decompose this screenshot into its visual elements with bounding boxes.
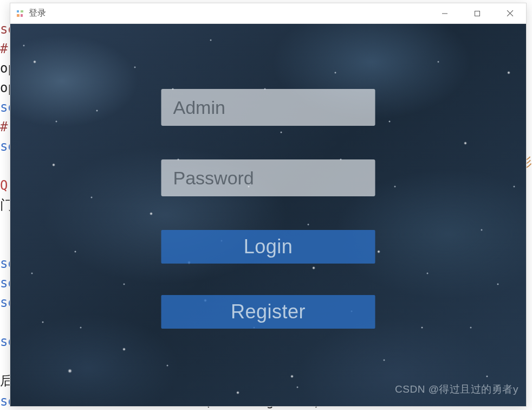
- login-button[interactable]: Login: [161, 230, 375, 264]
- minimize-button[interactable]: [429, 3, 461, 23]
- svg-rect-0: [17, 10, 19, 12]
- app-icon: [16, 9, 24, 18]
- svg-rect-5: [475, 11, 480, 16]
- svg-rect-1: [21, 10, 23, 12]
- code-fragment: Q: [0, 178, 8, 193]
- svg-rect-2: [17, 14, 20, 17]
- register-button[interactable]: Register: [161, 295, 375, 329]
- close-button[interactable]: [494, 3, 526, 23]
- watermark-text: CSDN @得过且过的勇者y: [395, 382, 518, 396]
- login-window: 登录 Login Register CSDN @得过且过的勇者y: [10, 3, 527, 407]
- window-title: 登录: [29, 8, 429, 19]
- username-input[interactable]: [161, 89, 375, 126]
- code-fragment: #: [0, 41, 8, 56]
- titlebar: 登录: [10, 3, 526, 24]
- window-controls: [429, 3, 526, 23]
- password-input[interactable]: [161, 159, 375, 196]
- code-fragment: #: [0, 119, 8, 134]
- maximize-button[interactable]: [461, 3, 494, 23]
- login-form: Login Register: [161, 89, 375, 329]
- svg-rect-3: [21, 14, 23, 17]
- client-area: Login Register CSDN @得过且过的勇者y: [10, 24, 526, 406]
